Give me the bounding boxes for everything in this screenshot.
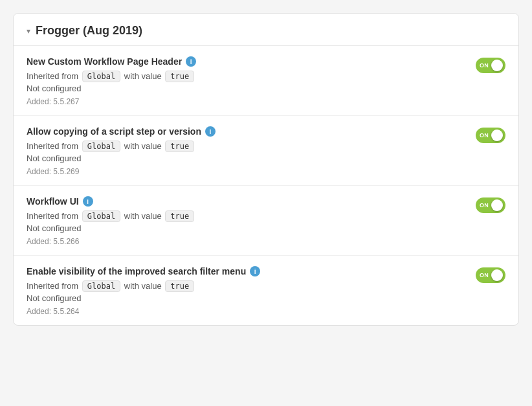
toggle-container: ON (476, 126, 505, 143)
toggle-container: ON (476, 56, 505, 73)
toggle-knob (491, 130, 503, 141)
feature-content: Enable visibility of the improved search… (27, 266, 476, 316)
feature-name-row: Enable visibility of the improved search… (27, 266, 463, 276)
feature-value-tag: true (165, 141, 194, 152)
toggle-knob (491, 60, 503, 71)
feature-name-row: Allow copying of a script step or versio… (27, 126, 463, 137)
not-configured-label: Not configured (27, 84, 463, 93)
feature-name: Workflow UI (27, 196, 79, 207)
not-configured-label: Not configured (27, 153, 463, 163)
section-title: Frogger (Aug 2019) (36, 24, 142, 38)
info-icon[interactable]: i (250, 266, 260, 276)
feature-content: Allow copying of a script step or versio… (27, 126, 476, 176)
inherited-from-value: Global (82, 71, 120, 82)
collapse-chevron-icon[interactable]: ▾ (27, 27, 30, 36)
feature-meta-inherited: Inherited from Global with value true (27, 280, 463, 292)
inherited-from-label: Inherited from (27, 211, 78, 221)
feature-name: New Custom Workflow Page Header (27, 56, 182, 67)
toggle-container: ON (476, 196, 505, 213)
feature-content: New Custom Workflow Page Header i Inheri… (27, 56, 476, 106)
feature-item: Enable visibility of the improved search… (14, 256, 518, 325)
inherited-from-value: Global (82, 210, 120, 222)
feature-name-row: New Custom Workflow Page Header i (27, 56, 463, 67)
toggle-label: ON (480, 132, 489, 139)
feature-toggle[interactable]: ON (476, 128, 505, 143)
with-value-label: with value (124, 281, 162, 291)
feature-name: Enable visibility of the improved search… (27, 266, 246, 276)
toggle-label: ON (480, 202, 489, 209)
feature-name: Allow copying of a script step or versio… (27, 126, 201, 137)
feature-list: New Custom Workflow Page Header i Inheri… (14, 46, 518, 325)
feature-value-tag: true (165, 210, 194, 222)
feature-meta-inherited: Inherited from Global with value true (27, 210, 463, 222)
info-icon[interactable]: i (186, 56, 196, 67)
feature-item: Workflow UI i Inherited from Global with… (14, 186, 518, 256)
inherited-from-label: Inherited from (27, 71, 78, 81)
not-configured-label: Not configured (27, 293, 463, 303)
info-icon[interactable]: i (83, 196, 93, 207)
feature-name-row: Workflow UI i (27, 196, 463, 207)
inherited-from-label: Inherited from (27, 141, 78, 151)
feature-item: Allow copying of a script step or versio… (14, 116, 518, 186)
feature-meta-inherited: Inherited from Global with value true (27, 71, 463, 82)
toggle-label: ON (480, 62, 489, 69)
toggle-label: ON (480, 272, 489, 278)
feature-toggle[interactable]: ON (476, 267, 505, 283)
toggle-container: ON (476, 266, 505, 283)
not-configured-label: Not configured (27, 223, 463, 233)
with-value-label: with value (124, 141, 162, 151)
feature-content: Workflow UI i Inherited from Global with… (27, 196, 476, 246)
toggle-knob (491, 269, 503, 281)
features-container: ▾ Frogger (Aug 2019) New Custom Workflow… (13, 13, 519, 326)
with-value-label: with value (124, 211, 162, 221)
info-icon[interactable]: i (205, 126, 216, 137)
added-version-label: Added: 5.5.269 (27, 167, 463, 176)
feature-value-tag: true (165, 71, 194, 82)
added-version-label: Added: 5.5.267 (27, 97, 463, 106)
feature-value-tag: true (165, 280, 194, 292)
feature-item: New Custom Workflow Page Header i Inheri… (14, 46, 518, 116)
added-version-label: Added: 5.5.266 (27, 237, 463, 246)
with-value-label: with value (124, 71, 162, 81)
inherited-from-label: Inherited from (27, 281, 78, 291)
section-header: ▾ Frogger (Aug 2019) (14, 14, 518, 46)
inherited-from-value: Global (82, 141, 120, 152)
toggle-knob (491, 199, 503, 211)
added-version-label: Added: 5.5.264 (27, 307, 463, 316)
feature-meta-inherited: Inherited from Global with value true (27, 141, 463, 152)
feature-toggle[interactable]: ON (476, 197, 505, 213)
inherited-from-value: Global (82, 280, 120, 292)
feature-toggle[interactable]: ON (476, 58, 505, 73)
